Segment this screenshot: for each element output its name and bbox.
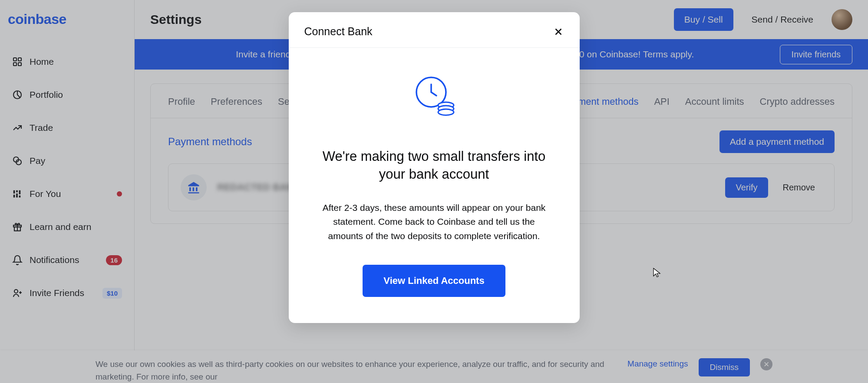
modal-heading: We're making two small transfers into yo… (321, 148, 548, 183)
modal-header: Connect Bank (289, 12, 580, 48)
modal-body: We're making two small transfers into yo… (289, 48, 580, 297)
modal-close-button[interactable] (553, 26, 564, 37)
close-icon (553, 26, 564, 37)
connect-bank-modal: Connect Bank We're making two small tran… (289, 12, 580, 323)
modal-title: Connect Bank (304, 25, 373, 38)
view-linked-accounts-button[interactable]: View Linked Accounts (363, 265, 505, 297)
clock-coins-icon (321, 74, 548, 117)
modal-description: After 2-3 days, these amounts will appea… (321, 201, 548, 243)
svg-point-19 (438, 109, 454, 115)
